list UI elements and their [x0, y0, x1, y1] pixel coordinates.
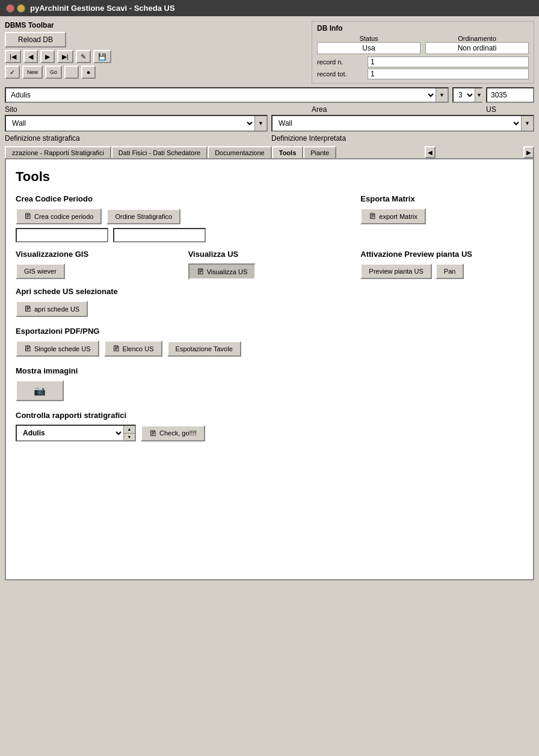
window-title: pyArchinit Gestione Scavi - Scheda US — [30, 4, 175, 13]
singole-schede-button[interactable]: 🖹 Singole schede US — [16, 340, 99, 357]
tab-rapporti[interactable]: zzazione - Rapporti Stratigrafici — [5, 146, 111, 158]
esporta-matrix-section: Esporta Matrix 🖹 export Matrix — [360, 194, 523, 242]
status-value: Usa — [317, 42, 420, 54]
edit-button[interactable]: ✎ — [76, 50, 91, 63]
blank-button[interactable] — [64, 66, 79, 79]
ordinamento-label: Ordinamento — [425, 35, 529, 42]
sito-wall-select[interactable]: Wall — [6, 117, 254, 129]
us-wall-arrow[interactable]: ▼ — [521, 116, 533, 131]
gis-wiever-button[interactable]: GIS wiever — [16, 263, 65, 279]
save-icon: 💾 — [98, 53, 106, 61]
controlla-select[interactable]: Adulis — [17, 426, 123, 440]
tab-documentazione[interactable]: Documentazione — [208, 146, 272, 158]
tab-content-tools: Tools Crea Codice Periodo 🖹 Crea codice … — [5, 159, 534, 580]
ordine-stratigrafico-button[interactable]: Ordine Stratigrafico — [106, 209, 180, 224]
doc-icon-export: 🖹 — [369, 212, 377, 221]
last-record-button[interactable]: ▶| — [57, 50, 73, 63]
pan-button[interactable]: Pan — [436, 263, 464, 279]
apri-schede-button[interactable]: 🖹 apri schede US — [16, 301, 88, 317]
camera-button[interactable]: 📷 — [16, 380, 64, 401]
edit-icon: ✎ — [81, 53, 86, 61]
check-icon: ✓ — [10, 69, 15, 76]
elenco-us-button[interactable]: 🖹 Elenco US — [104, 340, 162, 357]
area-select[interactable]: 3 — [454, 89, 475, 101]
check-go-button[interactable]: 🖹 Check, go!!!! — [141, 425, 205, 441]
crea-codice-section: Crea Codice Periodo 🖹 Crea codice period… — [16, 194, 351, 242]
play-icon: ▶ — [45, 53, 50, 61]
site-select-arrow[interactable]: ▼ — [436, 88, 448, 102]
sito-wall-arrow[interactable]: ▼ — [254, 116, 266, 131]
record-tot-value: 1 — [368, 69, 529, 79]
prev-record-icon: ◀ — [28, 53, 33, 61]
minimize-button[interactable] — [17, 4, 25, 13]
close-button[interactable] — [6, 4, 14, 13]
prev-record-button[interactable]: ◀ — [23, 50, 38, 63]
sito-wall-container: Wall ▼ — [5, 115, 268, 132]
title-bar: pyArchinit Gestione Scavi - Scheda US — [0, 0, 539, 16]
preview-section: Attivazione Preview pianta US Preview pi… — [360, 250, 523, 280]
doc-icon-crea: 🖹 — [24, 212, 32, 221]
new-button[interactable]: New — [22, 66, 43, 79]
visualizza-us-title: Visualizza US — [188, 250, 351, 259]
esportazioni-title: Esportazioni PDF/PNG — [16, 327, 523, 336]
crea-codice-title: Crea Codice Periodo — [16, 194, 351, 203]
sito-label: Sito — [5, 105, 312, 114]
tab-next-button[interactable]: ▶ — [523, 146, 534, 158]
db-info-title: DB Info — [317, 24, 529, 32]
controlla-section: Controlla rapporti stratigrafici Adulis … — [16, 411, 523, 441]
def-interpretata-label: Definizione Interpretata — [271, 134, 534, 143]
esporta-matrix-title: Esporta Matrix — [360, 194, 523, 203]
apri-schede-section: Apri schede US selezionate 🖹 apri schede… — [16, 287, 523, 317]
go-button[interactable]: Go — [45, 66, 62, 79]
tab-piante[interactable]: Piante — [303, 146, 336, 158]
site-select[interactable]: Adulis — [6, 89, 436, 101]
tab-tools[interactable]: Tools — [272, 146, 304, 159]
tab-prev-button[interactable]: ◀ — [425, 146, 436, 158]
record-tot-label: record tot. — [317, 70, 365, 78]
status-label: Status — [317, 35, 420, 42]
window-controls[interactable] — [6, 4, 25, 13]
gis-title: Visualizzazione GIS — [16, 250, 179, 259]
area-select-arrow[interactable]: ▼ — [475, 88, 483, 102]
controlla-spin-down[interactable]: ▼ — [124, 433, 135, 440]
doc-icon-elenco: 🖹 — [112, 344, 120, 353]
mostra-immagini-section: Mostra immagini 📷 — [16, 366, 523, 401]
apri-schede-title: Apri schede US selezionate — [16, 287, 523, 296]
first-record-button[interactable]: |◀ — [5, 50, 21, 63]
us-label: US — [486, 105, 534, 114]
ordinamento-value: Non ordinati — [425, 42, 529, 54]
def-stratigrafica-label: Definizione stratigrafica — [5, 134, 268, 143]
record-n-value: 1 — [368, 57, 529, 67]
us-value: 3035 — [491, 91, 507, 99]
gis-section: Visualizzazione GIS GIS wiever — [16, 250, 179, 280]
us-wall-container: Wall ▼ — [271, 115, 534, 132]
export-matrix-button[interactable]: 🖹 export Matrix — [360, 208, 426, 224]
preview-pianta-button[interactable]: Preview pianta US — [360, 263, 432, 279]
espotazione-tavole-button[interactable]: Espotazione Tavole — [167, 341, 241, 357]
controlla-spin-up[interactable]: ▲ — [124, 426, 135, 433]
save-button[interactable]: 💾 — [93, 50, 111, 63]
esportazioni-section: Esportazioni PDF/PNG 🖹 Singole schede US… — [16, 327, 523, 357]
db-info-panel: DB Info Status Usa Ordinamento Non ordin… — [312, 21, 534, 84]
dot-button[interactable]: ● — [81, 66, 96, 79]
dbms-toolbar-label: DBMS Toolbar — [5, 21, 307, 29]
camera-icon: 📷 — [34, 385, 46, 396]
play-button[interactable]: ▶ — [40, 50, 55, 63]
tools-title: Tools — [16, 169, 523, 185]
preview-title: Attivazione Preview pianta US — [360, 250, 523, 259]
controlla-title: Controlla rapporti stratigrafici — [16, 411, 523, 420]
reload-db-button[interactable]: Reload DB — [5, 32, 66, 48]
us-wall-select[interactable]: Wall — [273, 117, 521, 129]
tab-dati-fisici[interactable]: Dati Fisici - Dati Schedatore — [111, 146, 208, 158]
crea-codice-input2[interactable] — [113, 228, 206, 242]
crea-codice-input1[interactable] — [16, 228, 108, 242]
doc-icon-singole: 🖹 — [24, 344, 32, 353]
last-record-icon: ▶| — [62, 53, 69, 61]
doc-icon-vis: 🖹 — [197, 267, 205, 276]
record-n-label: record n. — [317, 58, 365, 66]
doc-icon-check: 🖹 — [149, 429, 157, 438]
area-label: Area — [312, 105, 486, 114]
check-button[interactable]: ✓ — [5, 66, 20, 79]
crea-codice-periodo-button[interactable]: 🖹 Crea codice periodo — [16, 208, 102, 224]
visualizza-us-button[interactable]: 🖹 Visualizza US — [188, 263, 256, 280]
